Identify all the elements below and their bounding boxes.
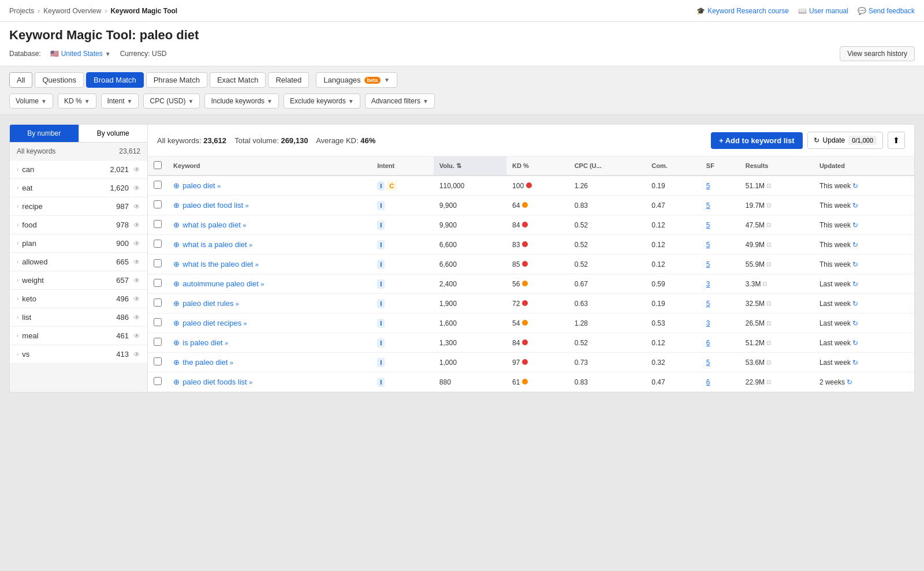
sf-link[interactable]: 3 (706, 319, 710, 327)
tab-broad-match[interactable]: Broad Match (86, 72, 144, 88)
keyword-chevron-icon[interactable]: » (245, 202, 248, 209)
row-checkbox[interactable] (154, 259, 162, 267)
th-intent[interactable]: Intent (371, 156, 434, 176)
th-keyword[interactable]: Keyword (167, 156, 371, 176)
keyword-chevron-icon[interactable]: » (249, 241, 252, 248)
row-checkbox[interactable] (154, 220, 162, 228)
by-number-button[interactable]: By number (10, 125, 79, 142)
eye-icon[interactable]: 👁 (133, 350, 140, 359)
eye-icon[interactable]: 👁 (133, 295, 140, 303)
refresh-row-icon[interactable]: ↻ (852, 241, 858, 249)
keyword-link[interactable]: paleo diet rules (182, 299, 233, 308)
sf-link[interactable]: 3 (706, 280, 710, 288)
sidebar-item[interactable]: › plan 900 👁 (10, 234, 147, 253)
keyword-link[interactable]: paleo diet food list (182, 201, 243, 210)
sidebar-item[interactable]: › food 978 👁 (10, 216, 147, 234)
send-feedback-button[interactable]: 💬 Send feedback (858, 7, 915, 15)
th-com[interactable]: Com. (646, 156, 701, 176)
refresh-row-icon[interactable]: ↻ (847, 378, 852, 386)
row-checkbox[interactable] (154, 200, 162, 208)
eye-icon[interactable]: 👁 (133, 240, 140, 248)
th-sf[interactable]: SF (701, 156, 740, 176)
refresh-row-icon[interactable]: ↻ (852, 280, 858, 288)
select-all-checkbox[interactable] (154, 161, 162, 169)
sidebar-scroll[interactable]: › can 2,021 👁 › eat 1,620 👁 › recipe 9 (10, 161, 147, 364)
keyword-chevron-icon[interactable]: » (255, 261, 259, 268)
eye-icon[interactable]: 👁 (133, 221, 140, 229)
keyword-link[interactable]: paleo diet foods list (182, 378, 247, 386)
export-button[interactable]: ⬆ (888, 132, 905, 149)
add-to-keyword-list-button[interactable]: + Add to keyword list (711, 132, 803, 149)
kw-research-course-link[interactable]: 🎓 Keyword Research course (696, 7, 789, 15)
sidebar-item[interactable]: › list 486 👁 (10, 308, 147, 327)
filter-advanced[interactable]: Advanced filters ▼ (365, 94, 435, 109)
th-volume[interactable]: Volu.⇅ (434, 156, 506, 176)
filter-exclude[interactable]: Exclude keywords ▼ (284, 94, 360, 109)
tab-related[interactable]: Related (268, 72, 309, 88)
filter-include[interactable]: Include keywords ▼ (204, 94, 279, 109)
refresh-row-icon[interactable]: ↻ (852, 201, 858, 210)
refresh-row-icon[interactable]: ↻ (852, 182, 858, 190)
keyword-link[interactable]: what is paleo diet (182, 221, 240, 229)
sidebar-item[interactable]: › meal 461 👁 (10, 327, 147, 345)
keyword-chevron-icon[interactable]: » (243, 222, 246, 229)
filter-volume[interactable]: Volume ▼ (9, 94, 53, 109)
keyword-link[interactable]: paleo diet (182, 181, 215, 190)
database-selector[interactable]: 🇺🇸 United States ▼ (50, 50, 111, 58)
sidebar-item[interactable]: › recipe 987 👁 (10, 197, 147, 216)
tab-questions[interactable]: Questions (35, 72, 84, 88)
tab-all[interactable]: All (9, 72, 32, 88)
refresh-row-icon[interactable]: ↻ (852, 260, 858, 268)
sidebar-item[interactable]: › keto 496 👁 (10, 290, 147, 308)
eye-icon[interactable]: 👁 (133, 277, 140, 285)
row-checkbox[interactable] (154, 240, 162, 248)
sf-link[interactable]: 5 (706, 300, 710, 308)
row-checkbox[interactable] (154, 318, 162, 326)
sf-link[interactable]: 5 (706, 182, 710, 190)
breadcrumb-keyword-overview[interactable]: Keyword Overview (43, 7, 101, 15)
sf-link[interactable]: 5 (706, 241, 710, 249)
filter-kd[interactable]: KD % ▼ (58, 94, 96, 109)
th-kd[interactable]: KD % (506, 156, 569, 176)
eye-icon[interactable]: 👁 (133, 166, 140, 174)
keyword-chevron-icon[interactable]: » (225, 339, 228, 346)
refresh-row-icon[interactable]: ↻ (852, 221, 858, 229)
sf-link[interactable]: 6 (706, 339, 710, 347)
row-checkbox[interactable] (154, 338, 162, 346)
sidebar-item[interactable]: › eat 1,620 👁 (10, 179, 147, 197)
keyword-chevron-icon[interactable]: » (260, 281, 264, 288)
refresh-row-icon[interactable]: ↻ (852, 359, 858, 367)
keyword-chevron-icon[interactable]: » (217, 182, 221, 189)
row-checkbox[interactable] (154, 279, 162, 287)
tab-phrase-match[interactable]: Phrase Match (146, 72, 207, 88)
th-results[interactable]: Results (740, 156, 814, 176)
user-manual-link[interactable]: 📖 User manual (798, 7, 848, 15)
th-cpc[interactable]: CPC (U... (569, 156, 646, 176)
keyword-link[interactable]: what is the paleo diet (182, 260, 253, 268)
sf-link[interactable]: 5 (706, 201, 710, 210)
sidebar-item[interactable]: › can 2,021 👁 (10, 161, 147, 179)
keyword-link[interactable]: is paleo diet (182, 338, 222, 347)
row-checkbox[interactable] (154, 377, 162, 385)
eye-icon[interactable]: 👁 (133, 258, 140, 266)
row-checkbox[interactable] (154, 181, 162, 189)
tab-exact-match[interactable]: Exact Match (210, 72, 266, 88)
sf-link[interactable]: 5 (706, 359, 710, 367)
sidebar-item[interactable]: › allowed 665 👁 (10, 253, 147, 271)
keyword-link[interactable]: the paleo diet (182, 358, 228, 367)
row-checkbox[interactable] (154, 357, 162, 365)
sf-link[interactable]: 5 (706, 221, 710, 229)
breadcrumb-projects[interactable]: Projects (9, 7, 34, 15)
refresh-row-icon[interactable]: ↻ (852, 319, 858, 327)
view-search-history-button[interactable]: View search history (840, 46, 915, 61)
keyword-chevron-icon[interactable]: » (244, 320, 247, 327)
sidebar-item[interactable]: › weight 657 👁 (10, 271, 147, 290)
keyword-chevron-icon[interactable]: » (230, 359, 233, 366)
keyword-link[interactable]: what is a paleo diet (182, 240, 247, 249)
sf-link[interactable]: 5 (706, 260, 710, 268)
eye-icon[interactable]: 👁 (133, 184, 140, 192)
refresh-row-icon[interactable]: ↻ (852, 300, 858, 308)
refresh-row-icon[interactable]: ↻ (852, 339, 858, 347)
keyword-link[interactable]: autoimmune paleo diet (182, 279, 259, 288)
sidebar-item[interactable]: › vs 413 👁 (10, 345, 147, 364)
